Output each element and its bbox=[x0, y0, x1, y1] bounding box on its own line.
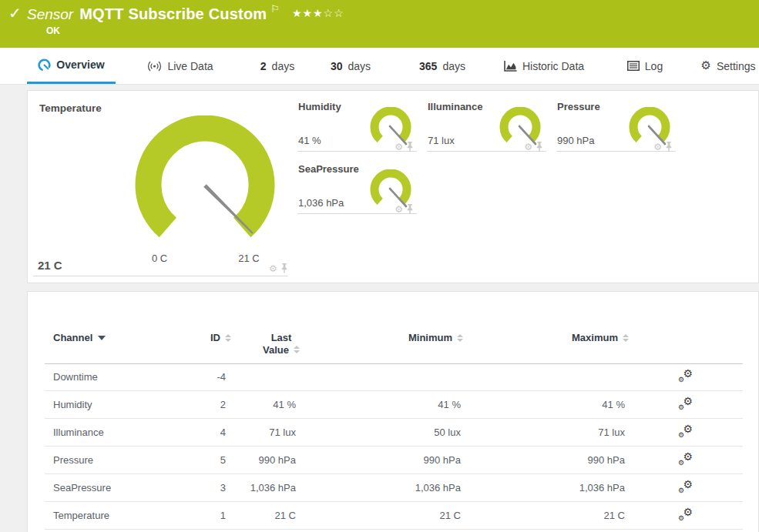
minimum-value: 21 C bbox=[338, 510, 461, 521]
channel-name[interactable]: Illuminance bbox=[53, 427, 104, 438]
gauge-scale-max: 21 C bbox=[232, 253, 266, 264]
gauge-value: 41 % bbox=[298, 135, 321, 146]
edit-channel-icon[interactable]: ⚙⚙ bbox=[678, 370, 693, 383]
tab-365-days[interactable]: 365 days bbox=[412, 48, 472, 84]
table-row: Illuminance 4 71 lux 50 lux 71 lux ⚙⚙ bbox=[45, 419, 743, 447]
tab-label: Live Data bbox=[167, 60, 213, 72]
tab-label: Historic Data bbox=[522, 60, 584, 72]
gauge-title: Illuminance bbox=[428, 101, 483, 112]
gear-icon[interactable]: ⚙ bbox=[395, 205, 403, 214]
sensor-status-header: ✓ SensorMQTT Subscribe Custom⚐★★★☆☆ OK bbox=[0, 0, 759, 48]
edit-channel-icon[interactable]: ⚙⚙ bbox=[678, 397, 693, 410]
gear-icon: ⚙ bbox=[700, 60, 710, 72]
gauge-cell-seapressure: SeaPressure 1,036 hPa ⚙ bbox=[297, 162, 417, 214]
gauge-value: 21 C bbox=[38, 259, 62, 272]
column-header-channel[interactable]: Channel bbox=[53, 332, 106, 343]
tab-label: Overview bbox=[56, 59, 104, 71]
column-label: ID bbox=[210, 332, 220, 343]
maximum-value: 990 hPa bbox=[499, 454, 625, 466]
column-header-minimum[interactable]: Minimum bbox=[378, 332, 463, 343]
gauge-value: 71 lux bbox=[428, 135, 455, 146]
gear-icon[interactable]: ⚙ bbox=[653, 142, 662, 152]
minimum-value: 41 % bbox=[338, 399, 461, 410]
flag-icon[interactable]: ⚐ bbox=[270, 3, 280, 15]
tab-number: 365 bbox=[419, 60, 437, 72]
last-value: 71 lux bbox=[230, 427, 296, 438]
sensor-title-line: SensorMQTT Subscribe Custom⚐★★★☆☆ bbox=[27, 3, 344, 23]
column-header-last-value[interactable]: Last Value bbox=[259, 332, 304, 356]
column-label: Last Value bbox=[263, 332, 291, 356]
gear-icon[interactable]: ⚙ bbox=[269, 264, 277, 273]
channel-name[interactable]: SeaPressure bbox=[53, 482, 111, 494]
tab-label: days bbox=[272, 60, 295, 72]
tab-number: 30 bbox=[331, 60, 343, 72]
gauge-cell-actions: ⚙ bbox=[395, 142, 414, 152]
channel-name[interactable]: Temperature bbox=[53, 510, 109, 521]
edit-channel-icon[interactable]: ⚙⚙ bbox=[678, 508, 693, 521]
minimum-value: 50 lux bbox=[338, 427, 461, 438]
gauge-title: SeaPressure bbox=[298, 163, 359, 175]
channel-name[interactable]: Humidity bbox=[53, 399, 92, 410]
tab-settings[interactable]: ⚙ Settings bbox=[697, 48, 759, 84]
gauge-cell-actions: ⚙ bbox=[524, 142, 543, 152]
tab-label: Settings bbox=[717, 60, 756, 72]
gauge-cell-humidity: Humidity 41 % ⚙ bbox=[297, 99, 417, 152]
gauge-cell-actions: ⚙ bbox=[653, 142, 673, 152]
sort-icon bbox=[623, 334, 629, 342]
edit-channel-icon[interactable]: ⚙⚙ bbox=[678, 425, 693, 438]
sort-desc-icon bbox=[98, 336, 106, 340]
tab-log[interactable]: Log bbox=[623, 48, 667, 84]
broadcast-icon bbox=[147, 61, 162, 72]
gauge-icon bbox=[38, 59, 51, 72]
table-row: Pressure 5 990 hPa 990 hPa 990 hPa ⚙⚙ bbox=[45, 447, 743, 474]
minimum-value: 1,036 hPa bbox=[338, 482, 461, 494]
column-label: Maximum bbox=[572, 332, 618, 343]
last-value: 21 C bbox=[230, 510, 296, 521]
channel-name[interactable]: Downtime bbox=[53, 371, 98, 383]
table-row: Temperature 1 21 C 21 C 21 C ⚙⚙ bbox=[45, 502, 743, 530]
tab-label: days bbox=[442, 60, 465, 72]
pin-icon[interactable] bbox=[536, 142, 543, 152]
content-area: Temperature 0 C 21 C 21 C ⚙ Humidity 41 … bbox=[0, 85, 759, 532]
tab-historic-data[interactable]: Historic Data bbox=[497, 48, 591, 84]
last-value: 1,036 hPa bbox=[230, 482, 296, 494]
tab-30-days[interactable]: 30 days bbox=[322, 48, 379, 84]
gauge-title: Humidity bbox=[298, 101, 341, 112]
temperature-gauge bbox=[132, 115, 278, 243]
log-list-icon bbox=[627, 61, 640, 71]
sort-icon bbox=[457, 334, 463, 342]
page-title: MQTT Subscribe Custom bbox=[79, 5, 267, 22]
tab-live-data[interactable]: Live Data bbox=[137, 48, 223, 84]
pin-icon[interactable] bbox=[406, 142, 414, 152]
minimum-value: 990 hPa bbox=[338, 454, 461, 466]
pin-icon[interactable] bbox=[280, 263, 288, 273]
table-row: SeaPressure 3 1,036 hPa 1,036 hPa 1,036 … bbox=[45, 474, 743, 502]
maximum-value: 71 lux bbox=[499, 427, 625, 438]
pin-icon[interactable] bbox=[406, 204, 414, 214]
gauges-panel: Temperature 0 C 21 C 21 C ⚙ Humidity 41 … bbox=[27, 90, 759, 283]
channel-id: 5 bbox=[160, 454, 226, 466]
maximum-value: 41 % bbox=[499, 399, 625, 410]
object-kind-label: Sensor bbox=[27, 6, 73, 22]
tab-bar: Overview Live Data 2 days 30 days 365 da… bbox=[0, 48, 759, 85]
channel-name[interactable]: Pressure bbox=[53, 454, 93, 466]
gear-icon[interactable]: ⚙ bbox=[524, 142, 532, 152]
gear-icon[interactable]: ⚙ bbox=[395, 142, 403, 152]
gauge-value: 990 hPa bbox=[557, 135, 594, 146]
tab-overview[interactable]: Overview bbox=[27, 48, 116, 84]
table-row: Downtime -4 ⚙⚙ bbox=[45, 363, 743, 391]
edit-channel-icon[interactable]: ⚙⚙ bbox=[678, 480, 693, 494]
edit-channel-icon[interactable]: ⚙⚙ bbox=[678, 453, 693, 466]
gauge-title: Temperature bbox=[39, 102, 102, 114]
priority-stars[interactable]: ★★★☆☆ bbox=[292, 7, 344, 19]
column-header-id[interactable]: ID bbox=[166, 332, 231, 343]
area-chart-icon bbox=[504, 61, 517, 72]
column-header-maximum[interactable]: Maximum bbox=[542, 332, 629, 343]
tab-2-days[interactable]: 2 days bbox=[248, 48, 307, 84]
column-label: Channel bbox=[53, 332, 92, 343]
gauge-cell-actions: ⚙ bbox=[269, 263, 288, 273]
gauge-cell-actions: ⚙ bbox=[395, 204, 414, 214]
table-row: Humidity 2 41 % 41 % 41 % ⚙⚙ bbox=[45, 391, 743, 419]
channel-id: 4 bbox=[160, 427, 226, 438]
pin-icon[interactable] bbox=[665, 142, 673, 152]
